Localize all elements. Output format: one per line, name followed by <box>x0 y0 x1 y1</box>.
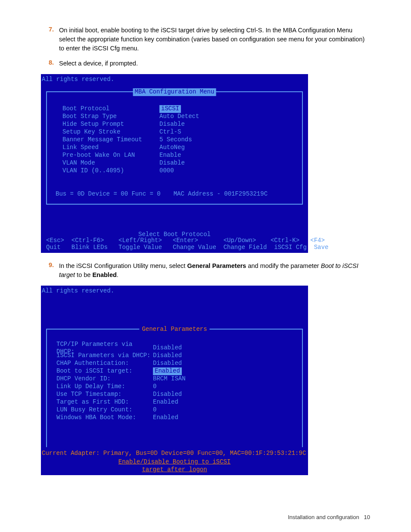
setting-label: Boot Protocol <box>62 105 159 113</box>
mba-setting-row: VLAN ModeDisable <box>62 159 199 167</box>
gp-setting-row: LUN Busy Retry Count:0 <box>56 406 186 414</box>
setting-value: 5 Seconds <box>159 136 192 144</box>
step-number-9: 9. <box>41 261 59 268</box>
gp-setting-row: iSCSI Parameters via DHCP:Disabled <box>56 352 186 360</box>
setting-label: Link Speed <box>62 144 159 152</box>
setting-value: Disabled <box>153 391 182 398</box>
setting-value: Enabled <box>153 367 182 375</box>
function-keys-row1: <Esc> <Ctrl-F6> <Left/Right> <Enter> <Up… <box>46 237 325 245</box>
setting-label: Hide Setup Prompt <box>62 121 159 128</box>
setting-value: Disable <box>159 121 185 128</box>
setting-value: iSCSI <box>159 105 181 113</box>
setting-label: Boot to iSCSI target: <box>56 367 153 375</box>
page-footer: Installation and configuration 10 <box>0 501 411 532</box>
setting-label: Pre-boot Wake On LAN <box>62 152 159 159</box>
step-8-text: Select a device, if prompted. <box>59 59 370 68</box>
gp-setting-row: TCP/IP Parameters via DHCP:Disabled <box>56 344 186 352</box>
function-keys-row2: Quit Blink LEDs Toggle Value Change Valu… <box>46 244 328 252</box>
footer-page: 10 <box>364 514 370 520</box>
step-7-text: On initial boot, enable booting to the i… <box>59 26 370 53</box>
rights-text-2: All rights reserved. <box>42 287 114 295</box>
s9-d: . <box>117 271 118 278</box>
gp-setting-row: Link Up Delay Time:0 <box>56 383 186 391</box>
s9-bold2: Enabled <box>92 271 116 278</box>
setting-label: DHCP Vendor ID: <box>56 375 153 383</box>
setting-label: Windows HBA Boot Mode: <box>56 414 153 422</box>
mba-setting-row: Banner Message Timeout5 Seconds <box>62 136 199 144</box>
setting-value: Enabled <box>153 414 178 422</box>
mba-setting-row: Boot ProtocoliSCSI <box>62 105 199 113</box>
gp-setting-row: Windows HBA Boot Mode:Enabled <box>56 414 186 422</box>
mba-setting-row: Link SpeedAutoNeg <box>62 144 199 152</box>
step-number-8: 8. <box>41 59 59 66</box>
mba-setting-row: Setup Key StrokeCtrl-S <box>62 128 199 136</box>
gp-setting-row: DHCP Vendor ID:BRCM ISAN <box>56 375 186 383</box>
setting-label: Use TCP Timestamp: <box>56 391 153 398</box>
bus-line-b: MAC Address - 001F2953219C <box>174 190 268 197</box>
mba-config-panel: MBA Configuration Menu Boot ProtocoliSCS… <box>46 91 303 205</box>
mba-setting-row: Hide Setup PromptDisable <box>62 121 199 128</box>
general-parameters-panel: General Parameters TCP/IP Parameters via… <box>46 329 303 447</box>
gp-settings-list: TCP/IP Parameters via DHCP:DisablediSCSI… <box>56 344 186 422</box>
mba-setting-row: VLAN ID (0..4095)0000 <box>62 167 199 175</box>
setting-value: 0000 <box>159 167 174 175</box>
s9-c: to be <box>75 271 92 278</box>
setting-label: Setup Key Stroke <box>62 128 159 136</box>
setting-label: VLAN Mode <box>62 159 159 167</box>
step-9-text: In the iSCSI Configuration Utility menu,… <box>59 261 370 280</box>
setting-label: LUN Busy Retry Count: <box>56 406 153 414</box>
setting-value: AutoNeg <box>159 144 185 152</box>
setting-label: Target as First HDD: <box>56 398 153 406</box>
bus-mac-line: Bus = 0D Device = 00 Func = 0MAC Address… <box>56 190 268 198</box>
setting-label: VLAN ID (0..4095) <box>62 167 159 175</box>
setting-value: 0 <box>153 383 156 391</box>
gp-setting-row: CHAP Authentication:Disabled <box>56 360 186 367</box>
help-line: Enable/Disable Booting to iSCSI target a… <box>108 458 241 473</box>
gp-setting-row: Boot to iSCSI target:Enabled <box>56 367 186 375</box>
footer-section: Installation and configuration <box>288 514 359 520</box>
step-number-7: 7. <box>41 26 59 33</box>
current-adapter-line: Current Adapter: Primary, Bus=0D Device=… <box>42 450 306 457</box>
setting-label: CHAP Authentication: <box>56 360 153 367</box>
setting-label: Banner Message Timeout <box>62 136 159 144</box>
setting-label: iSCSI Parameters via DHCP: <box>56 352 153 360</box>
s9-bold1: General Parameters <box>187 262 246 269</box>
setting-value: Enable <box>159 152 181 159</box>
setting-value: Disable <box>159 159 185 167</box>
bus-line-a: Bus = 0D Device = 00 Func = 0 <box>56 190 161 197</box>
mba-settings-list: Boot ProtocoliSCSIBoot Strap TypeAuto De… <box>62 105 199 175</box>
setting-value: 0 <box>153 406 156 414</box>
rights-text: All rights reserved. <box>42 76 114 84</box>
setting-value: Ctrl-S <box>159 128 181 136</box>
mba-setting-row: Pre-boot Wake On LANEnable <box>62 152 199 159</box>
setting-value: Disabled <box>153 360 182 367</box>
setting-value: Enabled <box>153 398 178 406</box>
setting-value: Auto Detect <box>159 113 199 121</box>
setting-label: Boot Strap Type <box>62 113 159 121</box>
setting-value: Disabled <box>153 352 182 360</box>
gp-setting-row: Target as First HDD:Enabled <box>56 398 186 406</box>
setting-label: Link Up Delay Time: <box>56 383 153 391</box>
gp-setting-row: Use TCP Timestamp:Disabled <box>56 391 186 398</box>
mba-setting-row: Boot Strap TypeAuto Detect <box>62 113 199 121</box>
s9-a: In the iSCSI Configuration Utility menu,… <box>59 262 187 269</box>
gp-panel-title: General Parameters <box>139 326 209 333</box>
general-parameters-screenshot: All rights reserved. General Parameters … <box>41 286 308 475</box>
mba-config-screenshot: All rights reserved. MBA Configuration M… <box>41 74 308 253</box>
s9-b: and modify the parameter <box>246 262 321 269</box>
setting-value: BRCM ISAN <box>153 375 186 383</box>
setting-value: Disabled <box>153 344 182 352</box>
mba-panel-title: MBA Configuration Menu <box>133 88 216 96</box>
